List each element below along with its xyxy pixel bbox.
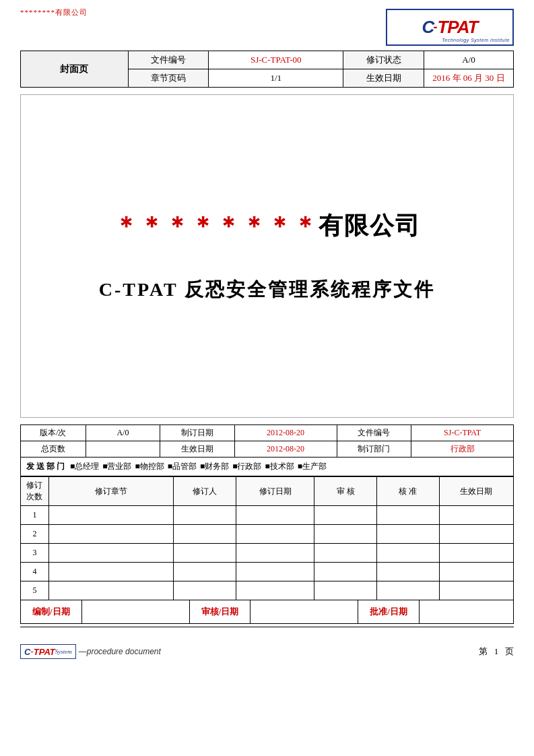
rev-date-3 <box>236 544 314 563</box>
approve-value <box>420 600 513 623</box>
total-pages-value <box>86 441 160 458</box>
effective-label: 生效日期 <box>343 69 424 88</box>
version-value: A/0 <box>86 425 160 441</box>
rev-review-3 <box>314 544 377 563</box>
revision-row-4: 4 <box>21 563 514 581</box>
rev-person-4 <box>174 563 236 581</box>
rev-num-5: 5 <box>21 581 49 600</box>
revision-table: 修订次数 修订章节 修订人 修订日期 审 核 核 准 生效日期 1 2 <box>20 476 514 600</box>
rev-effective-5 <box>439 581 513 600</box>
made-date-label: 制订日期 <box>160 425 234 441</box>
dept-item-1: ■营业部 <box>100 461 131 472</box>
logo-area: C - TPAT Technology System Institute <box>379 7 514 47</box>
rev-review-1 <box>314 506 377 525</box>
approve-label: 批准/日期 <box>358 600 420 623</box>
rev-chapter-5 <box>48 581 174 600</box>
doc-num-label-v: 文件编号 <box>337 425 411 441</box>
rev-header-num: 修订次数 <box>21 477 49 506</box>
company-title: ＊＊＊＊＊＊＊＊有限公司 <box>114 210 421 243</box>
cover-label: 封面页 <box>21 51 129 88</box>
review-value <box>251 600 358 623</box>
rev-num-3: 3 <box>21 544 49 563</box>
rev-person-3 <box>174 544 236 563</box>
rev-header-approve: 核 准 <box>376 477 439 506</box>
made-dept-value: 行政部 <box>411 441 514 458</box>
rev-header-chapter: 修订章节 <box>48 477 174 506</box>
rev-review-2 <box>314 525 377 544</box>
main-content: ＊＊＊＊＊＊＊＊有限公司 C-TPAT 反恐安全管理系统程序文件 <box>20 94 514 418</box>
dept-item-3: ■品管部 <box>166 461 197 472</box>
page-header: ********有限公司 C - TPAT Technology System … <box>0 0 534 51</box>
rev-date-4 <box>236 563 314 581</box>
info-table: 封面页 文件编号 SJ-C-TPAT-00 修订状态 A/0 章节页码 1/1 … <box>20 51 514 88</box>
divider <box>20 627 514 627</box>
company-name-small: ********有限公司 <box>20 7 88 18</box>
version-label: 版本/次 <box>21 425 86 441</box>
dept-label: 发 送 部 门 <box>26 461 65 472</box>
total-pages-label: 总页数 <box>21 441 86 458</box>
rev-approve-2 <box>376 525 439 544</box>
chapter-label: 章节页码 <box>128 69 209 88</box>
rev-date-2 <box>236 525 314 544</box>
rev-approve-4 <box>376 563 439 581</box>
made-date-value: 2012-08-20 <box>234 425 337 441</box>
doc-num-value: SJ-C-TPAT-00 <box>209 51 343 69</box>
rev-effective-4 <box>439 563 513 581</box>
dept-item-0: ■总经理 <box>70 461 99 472</box>
rev-effective-3 <box>439 544 513 563</box>
footer-logo-sys: System <box>55 648 72 655</box>
page-label: 第 <box>479 646 488 656</box>
revision-value: A/0 <box>424 51 513 69</box>
chapter-value: 1/1 <box>209 69 343 88</box>
page-num-value: 1 <box>494 646 499 656</box>
rev-chapter-3 <box>48 544 174 563</box>
made-dept-label: 制订部门 <box>337 441 411 458</box>
doc-num-label: 文件编号 <box>128 51 209 69</box>
rev-person-1 <box>174 506 236 525</box>
rev-effective-2 <box>439 525 513 544</box>
footer-logo-box: C - TPAT System <box>20 644 76 659</box>
dept-item-4: ■财务部 <box>198 461 229 472</box>
doc-num-value-v: SJ-C-TPAT <box>411 425 514 441</box>
rev-review-5 <box>314 581 377 600</box>
dept-item-5: ■行政部 <box>230 461 261 472</box>
rev-person-2 <box>174 525 236 544</box>
footer-logo-c: C <box>24 647 30 657</box>
revision-row-5: 5 <box>21 581 514 600</box>
rev-num-4: 4 <box>21 563 49 581</box>
version-table: 版本/次 A/0 制订日期 2012-08-20 文件编号 SJ-C-TPAT … <box>20 424 514 458</box>
rev-review-4 <box>314 563 377 581</box>
revision-row-1: 1 <box>21 506 514 525</box>
revision-row-3: 3 <box>21 544 514 563</box>
rev-person-5 <box>174 581 236 600</box>
rev-effective-1 <box>439 506 513 525</box>
rev-approve-5 <box>376 581 439 600</box>
rev-chapter-1 <box>48 506 174 525</box>
dept-item-7: ■生产部 <box>296 461 327 472</box>
page-footer: C - TPAT System —procedure document 第 1 … <box>0 634 534 666</box>
rev-num-1: 1 <box>21 506 49 525</box>
dept-item-6: ■技术部 <box>263 461 294 472</box>
company-suffix: 有限公司 <box>319 212 421 239</box>
footer-procedure-text: —procedure document <box>79 647 161 656</box>
revision-label: 修订状态 <box>343 51 424 69</box>
page-suffix: 页 <box>505 646 514 656</box>
company-asterisks: ＊＊＊＊＊＊＊＊ <box>114 212 319 239</box>
rev-chapter-2 <box>48 525 174 544</box>
bottom-section: 版本/次 A/0 制订日期 2012-08-20 文件编号 SJ-C-TPAT … <box>20 424 514 624</box>
rev-header-effective: 生效日期 <box>439 477 513 506</box>
rev-date-5 <box>236 581 314 600</box>
doc-title: C-TPAT 反恐安全管理系统程序文件 <box>99 276 436 303</box>
sign-row: 编制/日期 审核/日期 批准/日期 <box>20 600 514 624</box>
rev-approve-1 <box>376 506 439 525</box>
rev-chapter-4 <box>48 563 174 581</box>
rev-num-2: 2 <box>21 525 49 544</box>
logo-c-letter: C <box>422 17 434 38</box>
dept-item-2: ■物控部 <box>133 461 164 472</box>
review-label: 审核/日期 <box>190 600 251 623</box>
rev-approve-3 <box>376 544 439 563</box>
effective-date-label-v: 生效日期 <box>160 441 234 458</box>
dept-row: 发 送 部 门 ■总经理 ■营业部 ■物控部 ■品管部 ■财务部 ■行政部 ■技… <box>20 458 514 476</box>
effective-value: 2016 年 06 月 30 日 <box>424 69 513 88</box>
rev-header-date: 修订日期 <box>236 477 314 506</box>
